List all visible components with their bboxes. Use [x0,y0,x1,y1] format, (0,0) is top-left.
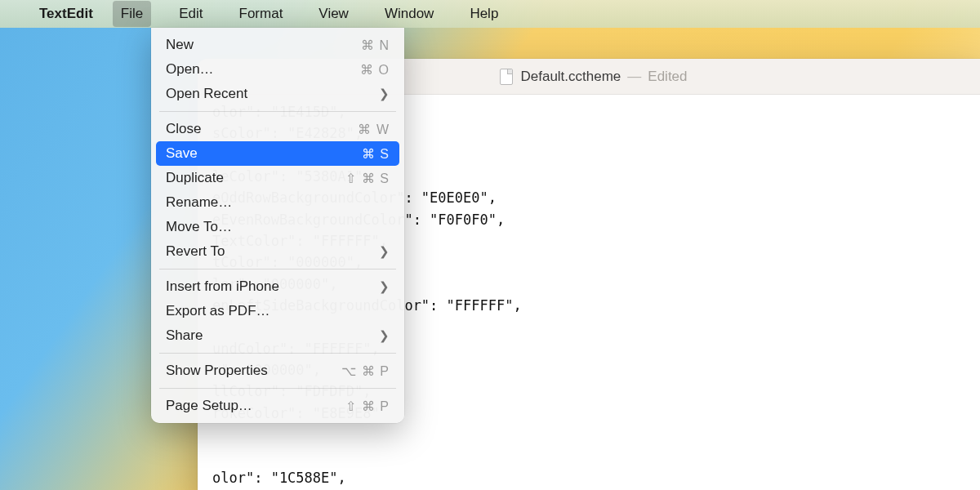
menu-item-new[interactable]: New⌘ N [156,33,399,57]
menu-item-label: New [166,37,194,53]
menu-edit[interactable]: Edit [171,1,211,27]
menu-item-label: Revert To [166,243,225,260]
menu-item-label: Insert from iPhone [166,278,279,295]
chevron-right-icon: ❯ [379,87,390,101]
menu-item-label: Export as PDF… [166,303,270,319]
menu-help[interactable]: Help [461,1,506,27]
chevron-right-icon: ❯ [379,244,390,259]
menu-shortcut: ⌘ N [361,38,390,53]
menu-format[interactable]: Format [231,1,292,27]
menu-item-rename[interactable]: Rename… [156,190,399,215]
menu-item-label: Show Properties [166,363,268,379]
menu-item-label: Save [166,145,198,162]
menu-item-label: Share [166,327,203,344]
menu-item-duplicate[interactable]: Duplicate⇧ ⌘ S [156,166,399,190]
file-menu-dropdown: New⌘ NOpen…⌘ OOpen Recent❯Close⌘ WSave⌘ … [151,28,404,423]
menu-item-close[interactable]: Close⌘ W [156,117,399,141]
menu-shortcut: ⌘ W [358,122,390,137]
menu-item-revert-to[interactable]: Revert To❯ [156,239,399,264]
menu-view[interactable]: View [310,1,357,27]
desktop: Default.cctheme — Edited olor": "1E415D"… [0,0,980,490]
menu-item-label: Open Recent [166,86,247,102]
menu-item-insert-from-iphone[interactable]: Insert from iPhone❯ [156,274,399,299]
window-title: Default.cctheme [520,69,621,85]
menu-shortcut: ⇧ ⌘ P [345,399,390,414]
menu-separator [159,388,396,389]
chevron-right-icon: ❯ [379,279,390,294]
app-name[interactable]: TextEdit [39,6,93,22]
menu-item-show-properties[interactable]: Show Properties⌥ ⌘ P [156,359,399,383]
menu-item-move-to[interactable]: Move To… [156,215,399,239]
menu-item-label: Open… [166,61,214,78]
menu-separator [159,269,396,270]
menu-item-label: Move To… [166,219,232,235]
menu-shortcut: ⇧ ⌘ S [345,171,390,186]
menu-item-page-setup[interactable]: Page Setup…⇧ ⌘ P [156,394,399,418]
menu-item-label: Rename… [166,194,232,211]
chevron-right-icon: ❯ [379,328,390,343]
menu-item-open[interactable]: Open…⌘ O [156,57,399,82]
menu-item-label: Duplicate [166,170,224,186]
menu-item-label: Close [166,121,201,137]
menubar: TextEdit FileEditFormatViewWindowHelp [0,0,980,28]
menu-shortcut: ⌘ O [360,62,390,78]
menu-item-save[interactable]: Save⌘ S [156,141,399,166]
menu-window[interactable]: Window [376,1,442,27]
menu-shortcut: ⌥ ⌘ P [341,363,390,379]
menu-separator [159,111,396,112]
menu-item-open-recent[interactable]: Open Recent❯ [156,82,399,106]
menu-item-label: Page Setup… [166,398,252,414]
menu-separator [159,353,396,354]
menu-item-export-as-pdf[interactable]: Export as PDF… [156,299,399,323]
title-separator: — [627,69,641,85]
menu-item-share[interactable]: Share❯ [156,323,399,348]
menu-shortcut: ⌘ S [362,146,390,162]
document-icon [500,69,513,85]
menu-file[interactable]: File [113,1,151,27]
window-edited-status: Edited [648,69,687,85]
